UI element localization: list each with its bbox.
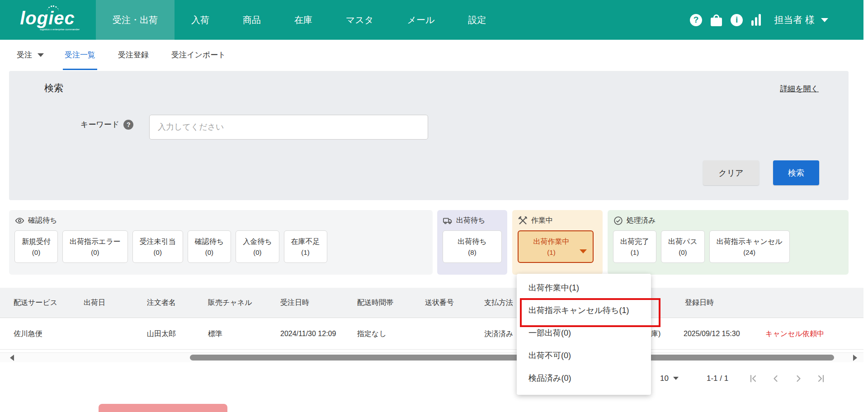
cell-delivery-window: 指定なし [357, 329, 387, 338]
nav-item-arrivals[interactable]: 入荷 [175, 0, 226, 40]
nav-item-settings[interactable]: 設定 [451, 0, 503, 40]
next-page-icon [793, 373, 804, 384]
table-row[interactable]: 佐川急便 山田太郎 標準 2024/11/30 12:09 指定なし 決済済み … [0, 318, 863, 350]
page-range: 1-1 / 1 [707, 374, 728, 383]
filter-awaiting-shipment[interactable]: 出荷待ち(8) [443, 230, 502, 263]
page-size-select[interactable]: 10 [660, 374, 679, 383]
nav-item-inventory[interactable]: 在庫 [278, 0, 329, 40]
section-title: 処理済み [627, 216, 656, 225]
filter-shipping-instruction-error[interactable]: 出荷指示エラー(0) [62, 230, 128, 263]
scroll-left-arrow-icon[interactable] [10, 355, 14, 361]
col-sales-channel: 販売チャネル [208, 298, 252, 308]
first-page-button[interactable] [747, 373, 759, 384]
user-menu[interactable]: 担当者 様 [774, 14, 828, 26]
screen: logiec logistics x enterprise commander … [0, 0, 868, 412]
page-size-value: 10 [660, 374, 669, 383]
nav-item-products[interactable]: 商品 [226, 0, 278, 40]
keyword-input[interactable] [149, 115, 428, 140]
main-nav: 受注・出荷 入荷 商品 在庫 マスタ メール 設定 [96, 0, 503, 40]
tab-order-import[interactable]: 受注インポート [170, 40, 228, 70]
filter-stock-shortage[interactable]: 在庫不足(1) [284, 230, 327, 263]
section-processed: 処理済み 出荷完了(1) 出荷パス(0) 出荷指示キャンセル(24) [608, 210, 849, 275]
filter-shipping-in-progress[interactable]: 出荷作業中(1) [518, 230, 594, 263]
next-page-button[interactable] [793, 373, 804, 384]
section-header: 処理済み [608, 210, 849, 225]
cell-sales-channel: 標準 [208, 329, 222, 338]
order-menu-label: 受注 [17, 50, 32, 60]
navbar-right: ? i 担当者 様 [690, 0, 828, 40]
tab-order-list[interactable]: 受注一覧 [63, 40, 97, 70]
section-working: 作業中 出荷作業中(1) [512, 210, 603, 275]
caret-down-icon [38, 53, 44, 57]
col-ship-date: 出荷日 [84, 298, 105, 308]
section-title: 確認待ち [28, 216, 57, 225]
filter-new-received[interactable]: 新規受付(0) [14, 230, 58, 263]
last-page-button[interactable] [815, 373, 827, 384]
tools-icon [518, 216, 528, 225]
truck-icon [443, 216, 453, 225]
pagination: 10 1-1 / 1 [660, 368, 827, 389]
status-filters-row: 確認待ち 新規受付(0) 出荷指示エラー(0) 受注未引当(0) 確認待ち(0)… [0, 210, 868, 275]
dropdown-item-shipping-in-progress[interactable]: 出荷作業中(1) [517, 276, 651, 299]
dropdown-item-cannot-ship[interactable]: 出荷不可(0) [517, 344, 651, 367]
col-tracking-number: 送状番号 [425, 298, 454, 308]
caret-down-icon [580, 249, 587, 253]
keyword-label-wrap: キーワード ? [80, 119, 133, 130]
nav-item-master[interactable]: マスタ [329, 0, 390, 40]
cell-delivery-service: 佐川急便 [14, 329, 42, 338]
h-scrollbar[interactable] [0, 352, 863, 362]
section-awaiting-shipment: 出荷待ち 出荷待ち(8) [437, 210, 507, 275]
section-buttons: 出荷待ち(8) [437, 225, 507, 263]
section-title: 出荷待ち [456, 216, 485, 225]
filter-awaiting-confirmation[interactable]: 確認待ち(0) [188, 230, 231, 263]
tab-bar: 受注 受注一覧 受注登録 受注インポート [0, 40, 863, 70]
dropdown-item-cancel-waiting[interactable]: 出荷指示キャンセル待ち(1) [517, 299, 651, 322]
section-buttons: 新規受付(0) 出荷指示エラー(0) 受注未引当(0) 確認待ち(0) 入金待ち… [9, 225, 433, 263]
page-scrollbar-track[interactable] [863, 0, 868, 412]
cell-payment-method: 決済済み [484, 329, 513, 338]
tab-order-register[interactable]: 受注登録 [116, 40, 151, 70]
nav-item-mail[interactable]: メール [390, 0, 451, 40]
logo[interactable]: logiec logistics x enterprise commander [14, 0, 81, 40]
col-order-datetime: 受注日時 [280, 298, 309, 308]
keyword-label: キーワード [80, 119, 119, 130]
section-buttons: 出荷完了(1) 出荷パス(0) 出荷指示キャンセル(24) [608, 225, 849, 263]
logo-text: logiec [20, 9, 75, 27]
cell-registered-datetime: 2025/09/12 15:30 [684, 330, 740, 338]
order-menu-dropdown[interactable]: 受注 [17, 50, 44, 60]
section-header: 作業中 [512, 210, 603, 225]
keyword-help-icon[interactable]: ? [123, 120, 133, 130]
prev-page-button[interactable] [770, 373, 782, 384]
dropdown-item-partial-shipment[interactable]: 一部出荷(0) [517, 322, 651, 344]
filter-shipment-pass[interactable]: 出荷パス(0) [661, 230, 705, 263]
cell-order-datetime: 2024/11/30 12:09 [280, 330, 336, 338]
section-header: 出荷待ち [437, 210, 507, 225]
search-button[interactable]: 検索 [773, 160, 819, 185]
last-page-icon [816, 373, 826, 384]
status-dropdown-menu: 出荷作業中(1) 出荷指示キャンセル待ち(1) 一部出荷(0) 出荷不可(0) … [517, 274, 651, 395]
clear-button[interactable]: クリア [703, 160, 759, 185]
scroll-thumb[interactable] [190, 355, 834, 360]
partial-action-button[interactable] [99, 404, 227, 412]
section-title: 作業中 [531, 216, 553, 225]
filter-order-unallocated[interactable]: 受注未引当(0) [132, 230, 183, 263]
filter-shipping-instruction-cancel[interactable]: 出荷指示キャンセル(24) [709, 230, 790, 263]
search-panel: 検索 詳細を開く キーワード ? クリア 検索 [9, 71, 849, 200]
col-orderer-name: 注文者名 [147, 298, 176, 308]
help-icon[interactable]: ? [690, 14, 702, 26]
caret-down-icon [821, 18, 828, 22]
bag-icon[interactable] [711, 14, 722, 26]
nav-item-orders-shipping[interactable]: 受注・出荷 [96, 0, 175, 40]
info-icon[interactable]: i [731, 14, 743, 26]
cell-orderer-name: 山田太郎 [147, 329, 176, 338]
stats-icon[interactable] [751, 14, 761, 26]
col-payment-method: 支払方法 [484, 298, 513, 308]
dropdown-item-inspected[interactable]: 検品済み(0) [517, 367, 651, 389]
col-delivery-window: 配送時間帯 [357, 298, 393, 308]
open-details-link[interactable]: 詳細を開く [780, 84, 819, 94]
table-header-row: 配送サービス 出荷日 注文者名 販売チャネル 受注日時 配送時間帯 送状番号 支… [0, 288, 863, 318]
filter-shipment-complete[interactable]: 出荷完了(1) [613, 230, 656, 263]
filter-awaiting-payment[interactable]: 入金待ち(0) [236, 230, 279, 263]
scroll-right-arrow-icon[interactable] [853, 355, 857, 361]
check-circle-icon [613, 216, 623, 225]
